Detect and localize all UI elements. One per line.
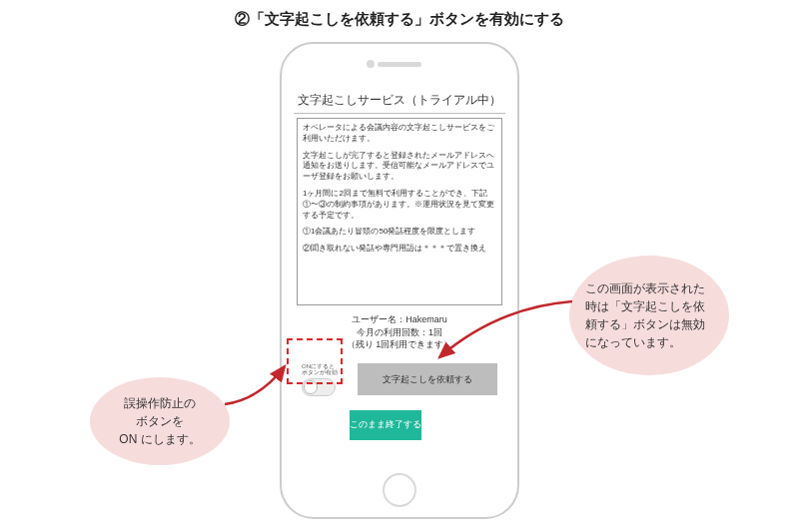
callout-left: 誤操作防止の ボタンを ON にします。	[90, 377, 230, 465]
info-paragraph: ①1会議あたり冒頭の50発話程度を限度とします	[303, 227, 496, 238]
page-title: ②「文字起こしを依頼する」ボタンを有効にする	[0, 0, 799, 29]
info-paragraph: ②聞き取れない発話や専門用語は＊＊＊で置き換え	[303, 244, 496, 255]
user-name-line: ユーザー名：Hakemaru	[294, 313, 505, 326]
user-info-block: ユーザー名：Hakemaru 今月の利用回数：1回 （残り 1回利用できます）	[294, 313, 505, 351]
remaining-line: （残り 1回利用できます）	[294, 338, 505, 351]
enable-toggle-label: ONにすると ボタンが有効	[302, 363, 348, 376]
info-paragraph: オペレータによる会議内容の文字起こしサービスをご利用いただけます。	[303, 123, 496, 145]
phone-frame: 文字起こしサービス（トライアル中） オペレータによる会議内容の文字起こしサービス…	[280, 42, 519, 519]
phone-speaker-icon	[378, 62, 421, 67]
service-title: 文字起こしサービス（トライアル中）	[294, 88, 505, 114]
service-info-box: オペレータによる会議内容の文字起こしサービスをご利用いただけます。 文字起こしが…	[297, 118, 502, 305]
toggle-knob-icon	[304, 380, 318, 394]
info-paragraph: 1ヶ月間に2回まで無料で利用することができ、下記①〜③の制約事項があります。※運…	[303, 189, 496, 221]
callout-right-text: この画面が表示された時は「文字起こしを依頼する」ボタンは無効になっています。	[585, 279, 713, 351]
phone-screen: 文字起こしサービス（トライアル中） オペレータによる会議内容の文字起こしサービス…	[294, 88, 505, 463]
usage-count-line: 今月の利用回数：1回	[294, 326, 505, 339]
phone-camera-icon	[367, 60, 375, 68]
request-transcription-button[interactable]: 文字起こしを依頼する	[358, 363, 497, 395]
enable-toggle-wrap: ONにすると ボタンが有効	[302, 363, 348, 396]
phone-home-button	[383, 473, 416, 507]
controls-row: ONにすると ボタンが有効 文字起こしを依頼する	[302, 363, 497, 396]
info-paragraph: 文字起こしが完了すると登録されたメールアドレスへ通知をお送りします。受信可能なメ…	[303, 151, 496, 183]
callout-right: この画面が表示された時は「文字起こしを依頼する」ボタンは無効になっています。	[569, 256, 729, 375]
enable-toggle[interactable]	[302, 378, 336, 396]
finish-button[interactable]: このまま終了する	[350, 410, 421, 440]
callout-left-text: 誤操作防止の ボタンを ON にします。	[119, 394, 200, 448]
